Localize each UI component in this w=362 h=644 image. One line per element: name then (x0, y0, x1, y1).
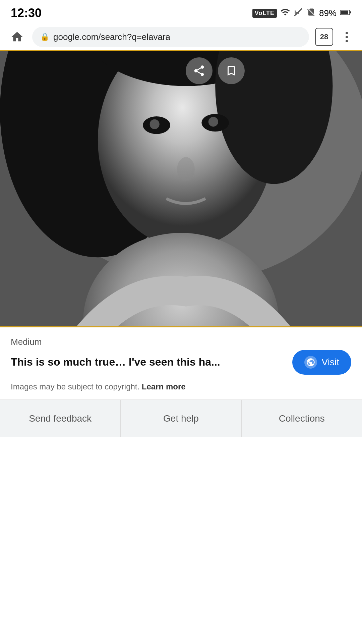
url-text: google.com/search?q=elavara (53, 32, 301, 42)
bottom-bar: Send feedback Get help Collections (0, 400, 362, 437)
learn-more-link[interactable]: Learn more (142, 382, 186, 391)
bookmark-button[interactable] (218, 57, 245, 84)
more-menu-button[interactable] (339, 30, 354, 44)
svg-point-14 (177, 157, 195, 181)
image-actions (186, 57, 245, 84)
collections-button[interactable]: Collections (242, 400, 362, 437)
source-label: Medium (11, 337, 351, 347)
get-help-label: Get help (163, 413, 199, 424)
signal-x-icon (294, 7, 303, 19)
get-help-button[interactable]: Get help (121, 400, 241, 437)
visit-button[interactable]: Visit (292, 350, 351, 375)
main-image (0, 51, 362, 326)
battery-text: 89% (319, 8, 337, 18)
dot-3 (346, 40, 348, 42)
globe-icon (304, 356, 317, 369)
status-bar: 12:30 VoLTE 89% (0, 0, 362, 23)
tab-count-button[interactable]: 28 (315, 28, 333, 46)
browser-bar: 🔒 google.com/search?q=elavara 28 (0, 23, 362, 50)
image-container (0, 50, 362, 327)
share-button[interactable] (186, 57, 213, 84)
wifi-icon (280, 7, 290, 19)
no-sim-icon (306, 7, 316, 19)
status-icons: VoLTE 89% (252, 7, 351, 19)
status-time: 12:30 (11, 6, 42, 20)
content-area: Medium This is so much true… I've seen t… (0, 327, 362, 399)
content-row: This is so much true… I've seen this ha.… (11, 350, 351, 375)
dot-1 (346, 32, 348, 34)
visit-label: Visit (322, 357, 339, 368)
svg-point-11 (150, 119, 160, 129)
svg-point-13 (208, 117, 218, 126)
volte-icon: VoLTE (252, 9, 277, 18)
tab-count-label: 28 (320, 33, 328, 41)
copyright-text: Images may be subject to copyright. Lear… (11, 381, 351, 393)
copyright-main: Images may be subject to copyright. (11, 382, 139, 391)
send-feedback-label: Send feedback (29, 413, 92, 424)
send-feedback-button[interactable]: Send feedback (0, 400, 121, 437)
svg-rect-1 (350, 11, 351, 13)
collections-label: Collections (279, 413, 325, 424)
url-bar[interactable]: 🔒 google.com/search?q=elavara (32, 27, 309, 47)
lock-icon: 🔒 (40, 33, 49, 41)
battery-icon (340, 8, 351, 18)
dot-2 (346, 36, 348, 38)
content-title: This is so much true… I've seen this ha.… (11, 355, 286, 369)
svg-rect-2 (341, 11, 348, 14)
white-space (0, 437, 362, 644)
home-button[interactable] (8, 28, 26, 46)
